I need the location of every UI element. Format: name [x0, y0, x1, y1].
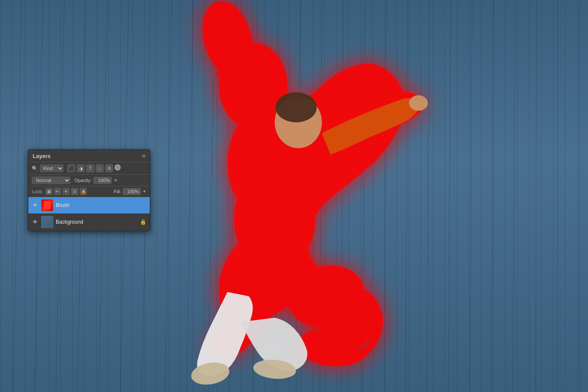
blend-mode-select[interactable]: Normal Dissolve Multiply Screen Overlay	[32, 176, 70, 184]
filter-icons: ⬛ ◑ T □ ⧉	[67, 164, 121, 172]
search-icon: 🔍	[32, 166, 38, 171]
svg-point-36	[276, 92, 317, 122]
fill-chevron[interactable]: ▼	[142, 189, 146, 194]
lock-pixels-icon[interactable]: ▦	[45, 188, 52, 195]
layers-menu-icon[interactable]: ≡	[142, 152, 145, 159]
svg-line-18	[406, 0, 408, 392]
svg-line-22	[491, 0, 494, 392]
svg-line-25	[557, 0, 558, 392]
svg-line-24	[536, 0, 536, 392]
lock-artboard-icon[interactable]: ⊡	[71, 188, 78, 195]
layers-panel-title: Layers	[33, 153, 51, 159]
layers-filter-row: 🔍 Kind ⬛ ◑ T □ ⧉	[28, 162, 150, 175]
layers-blend-row: Normal Dissolve Multiply Screen Overlay …	[28, 175, 150, 186]
opacity-input[interactable]	[94, 177, 112, 184]
fill-label: Fill:	[114, 189, 121, 194]
svg-line-23	[513, 0, 515, 392]
svg-line-0	[13, 0, 21, 392]
lock-all-icon[interactable]: 🔒	[80, 188, 87, 195]
layer-thumb-bg-content	[42, 216, 53, 228]
svg-line-21	[470, 0, 472, 392]
svg-point-37	[409, 95, 428, 111]
filter-text-icon[interactable]: T	[86, 164, 94, 172]
svg-line-7	[165, 0, 172, 392]
layer-thumbnail-background	[41, 216, 53, 228]
filter-kind-select[interactable]: Kind	[40, 164, 64, 172]
svg-line-8	[187, 0, 193, 392]
svg-line-19	[427, 0, 429, 392]
layer-thumb-brush-content	[42, 200, 53, 211]
layers-lock-row: Lock: ▦ ✏ ✛ ⊡ 🔒 Fill: ▼	[28, 186, 150, 197]
canvas-area: Layers ≡ 🔍 Kind ⬛ ◑ T □ ⧉ Normal Dissolv…	[0, 0, 588, 392]
filter-toggle-icon[interactable]	[115, 164, 121, 170]
layers-panel: Layers ≡ 🔍 Kind ⬛ ◑ T □ ⧉ Normal Dissolv…	[28, 149, 150, 231]
lock-paint-icon[interactable]: ✏	[54, 188, 61, 195]
filter-pixel-icon[interactable]: ⬛	[67, 164, 75, 172]
fill-input[interactable]	[123, 188, 141, 195]
layers-panel-header: Layers ≡	[28, 150, 150, 162]
layer-name-brush: Brush	[56, 202, 146, 208]
layer-row-background[interactable]: 👁 Background 🔒	[28, 214, 150, 231]
svg-line-17	[384, 0, 386, 392]
svg-line-20	[449, 0, 451, 392]
layer-name-background: Background	[56, 219, 137, 225]
opacity-chevron[interactable]: ▼	[114, 178, 118, 182]
layer-visibility-background[interactable]: 👁	[32, 219, 39, 225]
lock-move-icon[interactable]: ✛	[63, 188, 70, 195]
layer-thumbnail-brush	[41, 199, 53, 211]
background-lock-icon: 🔒	[140, 219, 146, 225]
filter-smart-icon[interactable]: ⧉	[105, 164, 113, 172]
layer-visibility-brush[interactable]: 👁	[32, 202, 39, 209]
filter-shape-icon[interactable]: □	[96, 164, 103, 172]
lock-label: Lock:	[32, 189, 43, 194]
opacity-label: Opacity:	[74, 178, 91, 183]
filter-adjustment-icon[interactable]: ◑	[77, 164, 85, 172]
layer-row-brush[interactable]: 👁 Brush	[28, 197, 150, 214]
